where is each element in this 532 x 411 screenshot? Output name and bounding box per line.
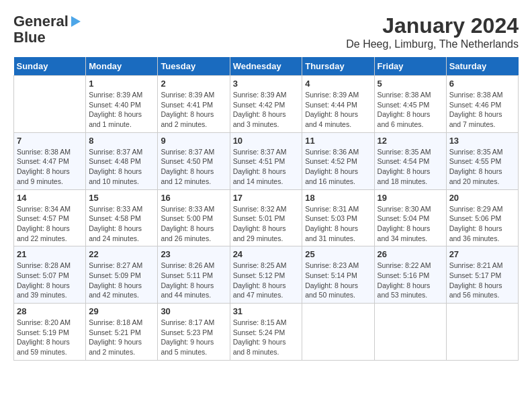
week-row-2: 7Sunrise: 8:38 AM Sunset: 4:47 PM Daylig… [14,132,519,189]
day-info: Sunrise: 8:27 AM Sunset: 5:09 PM Dayligh… [89,261,154,300]
logo: General Blue [13,13,81,46]
header-wednesday: Wednesday [230,57,302,76]
day-info: Sunrise: 8:15 AM Sunset: 5:24 PM Dayligh… [233,318,300,357]
day-info: Sunrise: 8:33 AM Sunset: 4:58 PM Dayligh… [89,204,154,244]
day-cell: 2Sunrise: 8:39 AM Sunset: 4:41 PM Daylig… [158,76,230,133]
day-number: 4 [305,79,371,89]
location-subtitle: De Heeg, Limburg, The Netherlands [346,38,519,50]
day-number: 17 [233,193,300,203]
day-cell: 5Sunrise: 8:38 AM Sunset: 4:45 PM Daylig… [374,76,446,133]
day-number: 5 [378,79,443,89]
month-title: January 2024 [346,13,519,38]
header-friday: Friday [374,57,446,76]
day-info: Sunrise: 8:39 AM Sunset: 4:41 PM Dayligh… [161,90,226,130]
day-info: Sunrise: 8:39 AM Sunset: 4:44 PM Dayligh… [305,90,371,130]
day-info: Sunrise: 8:26 AM Sunset: 5:11 PM Dayligh… [161,261,226,300]
day-cell: 31Sunrise: 8:15 AM Sunset: 5:24 PM Dayli… [230,304,302,361]
day-info: Sunrise: 8:23 AM Sunset: 5:14 PM Dayligh… [305,261,371,300]
day-cell: 18Sunrise: 8:31 AM Sunset: 5:03 PM Dayli… [302,189,374,246]
day-cell: 12Sunrise: 8:35 AM Sunset: 4:54 PM Dayli… [374,132,446,189]
week-row-5: 28Sunrise: 8:20 AM Sunset: 5:19 PM Dayli… [14,304,519,361]
header-saturday: Saturday [446,57,518,76]
day-info: Sunrise: 8:37 AM Sunset: 4:51 PM Dayligh… [233,147,300,187]
day-info: Sunrise: 8:39 AM Sunset: 4:40 PM Dayligh… [89,90,154,130]
day-number: 29 [89,306,154,316]
day-cell: 21Sunrise: 8:28 AM Sunset: 5:07 PM Dayli… [14,246,86,304]
day-info: Sunrise: 8:30 AM Sunset: 5:04 PM Dayligh… [378,204,443,244]
day-info: Sunrise: 8:38 AM Sunset: 4:45 PM Dayligh… [378,90,443,130]
logo-text-blue: Blue [13,30,46,46]
day-cell: 27Sunrise: 8:21 AM Sunset: 5:17 PM Dayli… [446,246,518,304]
week-row-3: 14Sunrise: 8:34 AM Sunset: 4:57 PM Dayli… [14,189,519,246]
day-cell: 14Sunrise: 8:34 AM Sunset: 4:57 PM Dayli… [14,189,86,246]
day-number: 31 [233,306,300,316]
day-info: Sunrise: 8:38 AM Sunset: 4:46 PM Dayligh… [449,90,515,130]
day-cell: 3Sunrise: 8:39 AM Sunset: 4:42 PM Daylig… [230,76,302,133]
day-number: 1 [89,79,154,89]
day-number: 2 [161,79,226,89]
day-cell: 8Sunrise: 8:37 AM Sunset: 4:48 PM Daylig… [86,132,158,189]
day-number: 9 [161,136,226,146]
day-cell: 1Sunrise: 8:39 AM Sunset: 4:40 PM Daylig… [86,76,158,133]
day-cell: 23Sunrise: 8:26 AM Sunset: 5:11 PM Dayli… [158,246,230,304]
logo-arrow-icon [71,16,81,27]
day-cell: 29Sunrise: 8:18 AM Sunset: 5:21 PM Dayli… [86,304,158,361]
header-row: SundayMondayTuesdayWednesdayThursdayFrid… [14,57,519,76]
day-info: Sunrise: 8:29 AM Sunset: 5:06 PM Dayligh… [449,204,515,244]
day-info: Sunrise: 8:39 AM Sunset: 4:42 PM Dayligh… [233,90,300,130]
day-number: 10 [233,136,300,146]
day-cell: 15Sunrise: 8:33 AM Sunset: 4:58 PM Dayli… [86,189,158,246]
day-number: 26 [378,249,443,259]
day-cell [302,304,374,361]
day-cell: 9Sunrise: 8:37 AM Sunset: 4:50 PM Daylig… [158,132,230,189]
day-number: 22 [89,249,154,259]
day-info: Sunrise: 8:36 AM Sunset: 4:52 PM Dayligh… [305,147,371,187]
day-info: Sunrise: 8:35 AM Sunset: 4:55 PM Dayligh… [449,147,515,187]
day-number: 13 [449,136,515,146]
header-tuesday: Tuesday [158,57,230,76]
day-cell: 26Sunrise: 8:22 AM Sunset: 5:16 PM Dayli… [374,246,446,304]
day-cell: 11Sunrise: 8:36 AM Sunset: 4:52 PM Dayli… [302,132,374,189]
day-info: Sunrise: 8:22 AM Sunset: 5:16 PM Dayligh… [378,261,443,300]
day-cell [374,304,446,361]
title-area: January 2024 De Heeg, Limburg, The Nethe… [346,13,519,50]
day-cell: 25Sunrise: 8:23 AM Sunset: 5:14 PM Dayli… [302,246,374,304]
day-info: Sunrise: 8:17 AM Sunset: 5:23 PM Dayligh… [161,318,226,357]
day-cell: 19Sunrise: 8:30 AM Sunset: 5:04 PM Dayli… [374,189,446,246]
day-number: 19 [378,193,443,203]
day-number: 18 [305,193,371,203]
day-info: Sunrise: 8:33 AM Sunset: 5:00 PM Dayligh… [161,204,226,244]
day-number: 23 [161,249,226,259]
day-cell: 10Sunrise: 8:37 AM Sunset: 4:51 PM Dayli… [230,132,302,189]
day-info: Sunrise: 8:35 AM Sunset: 4:54 PM Dayligh… [378,147,443,187]
day-number: 30 [161,306,226,316]
day-cell [446,304,518,361]
day-number: 20 [449,193,515,203]
day-cell: 7Sunrise: 8:38 AM Sunset: 4:47 PM Daylig… [14,132,86,189]
day-cell: 4Sunrise: 8:39 AM Sunset: 4:44 PM Daylig… [302,76,374,133]
day-number: 15 [89,193,154,203]
day-info: Sunrise: 8:25 AM Sunset: 5:12 PM Dayligh… [233,261,300,300]
day-info: Sunrise: 8:37 AM Sunset: 4:50 PM Dayligh… [161,147,226,187]
day-cell: 13Sunrise: 8:35 AM Sunset: 4:55 PM Dayli… [446,132,518,189]
day-cell [14,76,86,133]
day-number: 28 [17,306,83,316]
day-info: Sunrise: 8:31 AM Sunset: 5:03 PM Dayligh… [305,204,371,244]
day-number: 8 [89,136,154,146]
day-cell: 28Sunrise: 8:20 AM Sunset: 5:19 PM Dayli… [14,304,86,361]
day-number: 21 [17,249,83,259]
day-number: 14 [17,193,83,203]
day-number: 27 [449,249,515,259]
day-info: Sunrise: 8:28 AM Sunset: 5:07 PM Dayligh… [17,261,83,300]
day-info: Sunrise: 8:38 AM Sunset: 4:47 PM Dayligh… [17,147,83,187]
header-monday: Monday [86,57,158,76]
day-info: Sunrise: 8:21 AM Sunset: 5:17 PM Dayligh… [449,261,515,300]
day-cell: 16Sunrise: 8:33 AM Sunset: 5:00 PM Dayli… [158,189,230,246]
day-number: 25 [305,249,371,259]
page-header: General Blue January 2024 De Heeg, Limbu… [13,13,519,50]
day-number: 16 [161,193,226,203]
day-number: 6 [449,79,515,89]
day-info: Sunrise: 8:34 AM Sunset: 4:57 PM Dayligh… [17,204,83,244]
day-info: Sunrise: 8:32 AM Sunset: 5:01 PM Dayligh… [233,204,300,244]
week-row-1: 1Sunrise: 8:39 AM Sunset: 4:40 PM Daylig… [14,76,519,133]
